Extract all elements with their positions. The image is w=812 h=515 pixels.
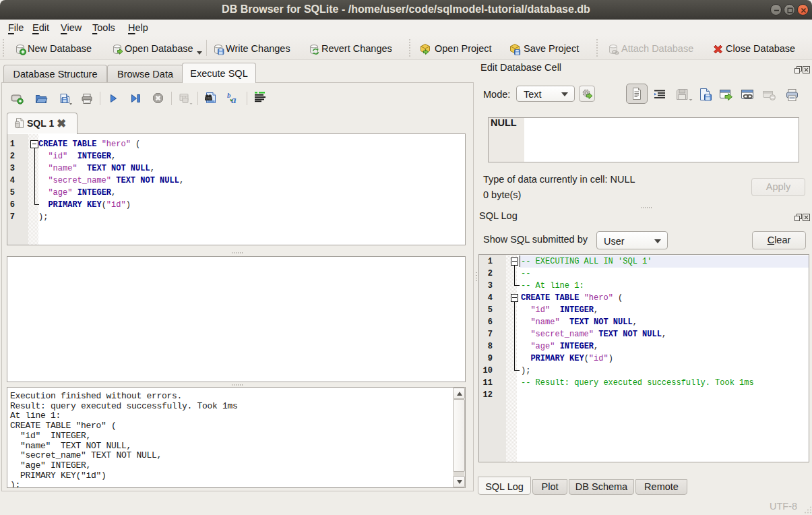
svg-text:a: a — [231, 94, 237, 104]
